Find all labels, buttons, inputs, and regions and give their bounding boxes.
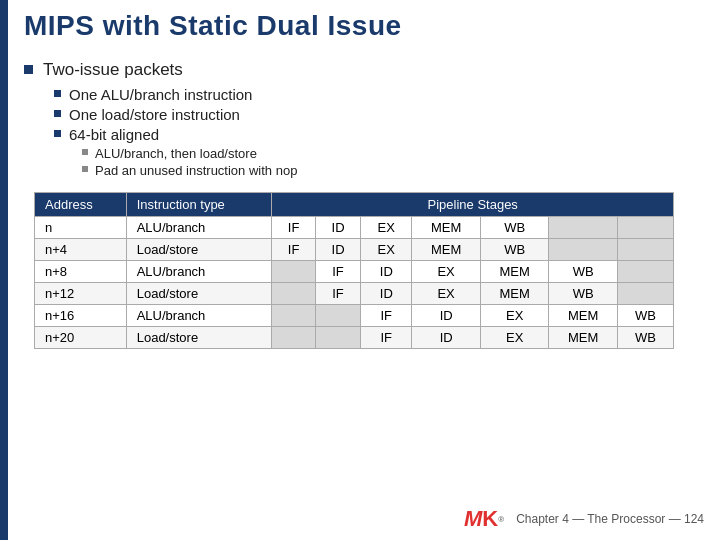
- cell-address: n+16: [35, 305, 127, 327]
- blue-accent-bar: [0, 0, 8, 540]
- cell-stage: WB: [549, 261, 618, 283]
- sub-bullet-3: 64-bit aligned: [54, 126, 714, 143]
- cell-stage: EX: [480, 327, 549, 349]
- logo-k: K: [482, 506, 498, 532]
- sub-bullet-2: One load/store instruction: [54, 106, 714, 123]
- col-address: Address: [35, 193, 127, 217]
- cell-address: n+12: [35, 283, 127, 305]
- pipeline-table: Address Instruction type Pipeline Stages…: [34, 192, 674, 349]
- col-pipeline-stages: Pipeline Stages: [272, 193, 674, 217]
- sub-bullet-icon-3: [54, 130, 61, 137]
- cell-stage: [617, 239, 673, 261]
- sub-bullet-icon-2: [54, 110, 61, 117]
- cell-address: n+20: [35, 327, 127, 349]
- cell-stage: EX: [480, 305, 549, 327]
- cell-stage: WB: [549, 283, 618, 305]
- col-instr-type: Instruction type: [126, 193, 272, 217]
- chapter-label: Chapter 4 — The Processor — 124: [516, 512, 704, 526]
- cell-stage: IF: [361, 327, 412, 349]
- sub-bullet-icon-1: [54, 90, 61, 97]
- subsub-bullet-1: ALU/branch, then load/store: [82, 146, 714, 161]
- cell-stage: MEM: [480, 261, 549, 283]
- sub-bullet-text-3: 64-bit aligned: [69, 126, 159, 143]
- cell-stage: [617, 283, 673, 305]
- content-area: Two-issue packets One ALU/branch instruc…: [24, 60, 714, 349]
- cell-stage: [272, 305, 315, 327]
- cell-stage: ID: [315, 239, 360, 261]
- cell-stage: MEM: [549, 327, 618, 349]
- cell-stage: ID: [361, 283, 412, 305]
- cell-address: n: [35, 217, 127, 239]
- cell-stage: ID: [361, 261, 412, 283]
- cell-instr: Load/store: [126, 283, 272, 305]
- cell-stage: [272, 283, 315, 305]
- cell-stage: ID: [412, 305, 481, 327]
- cell-instr: Load/store: [126, 239, 272, 261]
- cell-stage: [272, 261, 315, 283]
- sub-bullet-1: One ALU/branch instruction: [54, 86, 714, 103]
- cell-stage: [272, 327, 315, 349]
- logo: M K ®: [464, 506, 504, 532]
- cell-stage: IF: [315, 283, 360, 305]
- pipeline-table-wrapper: Address Instruction type Pipeline Stages…: [34, 192, 714, 349]
- subsub-bullet-text-1: ALU/branch, then load/store: [95, 146, 257, 161]
- cell-instr: ALU/branch: [126, 305, 272, 327]
- subsub-bullet-icon-2: [82, 166, 88, 172]
- cell-address: n+4: [35, 239, 127, 261]
- cell-stage: EX: [361, 239, 412, 261]
- cell-instr: ALU/branch: [126, 217, 272, 239]
- cell-instr: ALU/branch: [126, 261, 272, 283]
- registered-icon: ®: [498, 515, 504, 524]
- cell-stage: IF: [361, 305, 412, 327]
- cell-stage: IF: [272, 239, 315, 261]
- cell-stage: EX: [412, 283, 481, 305]
- cell-address: n+8: [35, 261, 127, 283]
- sub-bullets-list: One ALU/branch instruction One load/stor…: [54, 86, 714, 178]
- cell-stage: EX: [412, 261, 481, 283]
- sub-bullet-text-1: One ALU/branch instruction: [69, 86, 252, 103]
- cell-stage: [549, 217, 618, 239]
- cell-stage: MEM: [412, 217, 481, 239]
- cell-stage: WB: [617, 327, 673, 349]
- cell-stage: [617, 217, 673, 239]
- subsub-bullet-text-2: Pad an unused instruction with nop: [95, 163, 297, 178]
- subsub-bullets-list: ALU/branch, then load/store Pad an unuse…: [82, 146, 714, 178]
- subsub-bullet-icon-1: [82, 149, 88, 155]
- footer: M K ® Chapter 4 — The Processor — 124: [464, 506, 704, 532]
- logo-m: M: [464, 506, 482, 532]
- cell-stage: ID: [412, 327, 481, 349]
- cell-stage: [549, 239, 618, 261]
- sub-bullet-text-2: One load/store instruction: [69, 106, 240, 123]
- cell-stage: MEM: [480, 283, 549, 305]
- cell-stage: IF: [315, 261, 360, 283]
- cell-stage: IF: [272, 217, 315, 239]
- cell-stage: MEM: [549, 305, 618, 327]
- cell-stage: MEM: [412, 239, 481, 261]
- cell-instr: Load/store: [126, 327, 272, 349]
- bullet-square-icon: [24, 65, 33, 74]
- main-bullet-text: Two-issue packets: [43, 60, 183, 80]
- cell-stage: WB: [480, 217, 549, 239]
- cell-stage: [617, 261, 673, 283]
- cell-stage: [315, 305, 360, 327]
- subsub-bullet-2: Pad an unused instruction with nop: [82, 163, 714, 178]
- cell-stage: WB: [617, 305, 673, 327]
- cell-stage: [315, 327, 360, 349]
- cell-stage: ID: [315, 217, 360, 239]
- cell-stage: EX: [361, 217, 412, 239]
- page-title: MIPS with Static Dual Issue: [24, 10, 402, 42]
- main-bullet-item: Two-issue packets: [24, 60, 714, 80]
- cell-stage: WB: [480, 239, 549, 261]
